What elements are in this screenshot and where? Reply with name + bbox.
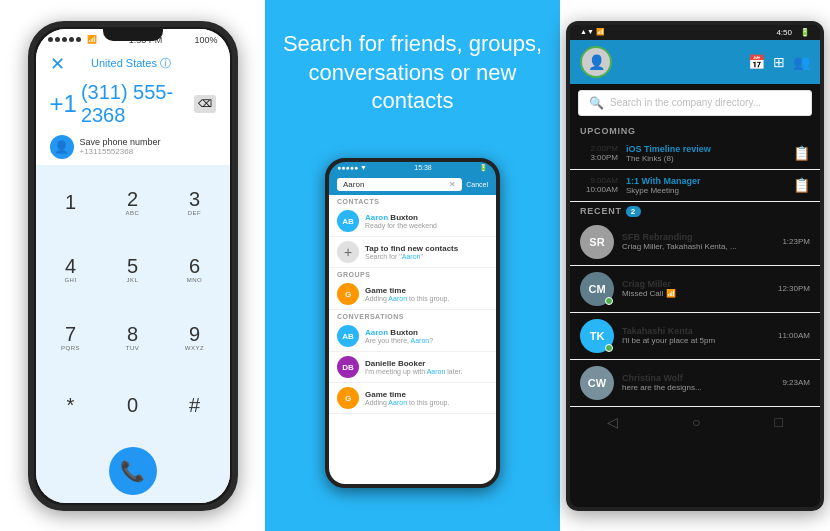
key-3[interactable]: 3DEF bbox=[164, 169, 226, 237]
conv-sub-gametime: Adding Aaron to this group. bbox=[365, 399, 488, 406]
conv-name-danielle: Danielle Booker bbox=[365, 359, 488, 368]
search-placeholder: Search in the company directory... bbox=[610, 97, 761, 108]
key-9[interactable]: 9WXYZ bbox=[164, 304, 226, 372]
key-0[interactable]: 0 bbox=[102, 371, 164, 439]
conv-aaron-buxton[interactable]: AB Aaron Buxton Are you there, Aaron? bbox=[329, 321, 496, 352]
key-1[interactable]: 1 bbox=[40, 169, 102, 237]
key-7[interactable]: 7PQRS bbox=[40, 304, 102, 372]
contact-info-christina: Christina Wolf here are the designs... bbox=[622, 373, 774, 392]
conv-sub-danielle: I'm meeting up with Aaron later. bbox=[365, 368, 488, 375]
country-selector[interactable]: United States ⓘ bbox=[91, 56, 171, 71]
recent-apps-button[interactable]: □ bbox=[775, 414, 783, 430]
conv-sub-aaron: Are you there, Aaron? bbox=[365, 337, 488, 344]
avatar-criag: CM bbox=[580, 272, 614, 306]
backspace-button[interactable]: ⌫ bbox=[194, 95, 216, 113]
avatar-conv-aaron: AB bbox=[337, 325, 359, 347]
meeting-ios-timeline[interactable]: 2:00PM 3:00PM iOS Timeline review The Ki… bbox=[570, 138, 820, 170]
contact-sub-sfb: Criag Miller, Takahashi Kenta, ... bbox=[622, 242, 774, 251]
avatar-gametime: G bbox=[337, 283, 359, 305]
contact-sub-criag: Missed Call 📶 bbox=[622, 289, 770, 298]
conv-danielle-booker[interactable]: DB Danielle Booker I'm meeting up with A… bbox=[329, 352, 496, 383]
clear-search-icon[interactable]: ✕ bbox=[449, 180, 456, 189]
contact-name-takahashi: Takahashi Kenta bbox=[622, 326, 770, 336]
key-8[interactable]: 8TUV bbox=[102, 304, 164, 372]
call-button[interactable]: 📞 bbox=[109, 447, 157, 495]
cancel-button-mid[interactable]: Cancel bbox=[466, 181, 488, 188]
conv-info-danielle: Danielle Booker I'm meeting up with Aaro… bbox=[365, 359, 488, 375]
contact-sfb[interactable]: SR SFB Rebranding Criag Miller, Takahash… bbox=[570, 219, 820, 266]
battery-right: 🔋 bbox=[800, 28, 810, 37]
search-bar-right[interactable]: 🔍 Search in the company directory... bbox=[578, 90, 812, 116]
avatar-sfb: SR bbox=[580, 225, 614, 259]
meeting-1on1[interactable]: 9:00AM 10:00AM 1:1 With Manager Skype Me… bbox=[570, 170, 820, 202]
phone-number: (311) 555-2368 bbox=[81, 81, 190, 127]
meeting-info-1: iOS Timeline review The Kinks (8) bbox=[626, 144, 785, 163]
meeting-sub-1: The Kinks (8) bbox=[626, 154, 785, 163]
key-2[interactable]: 2ABC bbox=[102, 169, 164, 237]
contacts-icon[interactable]: 👥 bbox=[793, 54, 810, 70]
contact-christina[interactable]: CW Christina Wolf here are the designs..… bbox=[570, 360, 820, 407]
dot5 bbox=[76, 37, 81, 42]
contact-name-sfb: SFB Rebranding bbox=[622, 232, 774, 242]
key-6[interactable]: 6MNO bbox=[164, 236, 226, 304]
key-5[interactable]: 5JKL bbox=[102, 236, 164, 304]
back-button[interactable]: ◁ bbox=[607, 414, 618, 430]
conv-game-time[interactable]: G Game time Adding Aaron to this group. bbox=[329, 383, 496, 414]
meeting-title-1: iOS Timeline review bbox=[626, 144, 785, 154]
ios-phone: 📶 1:53 PM 100% ✕ United States ⓘ +1 (311… bbox=[28, 21, 238, 511]
save-row: 👤 Save phone number +13115552368 bbox=[36, 131, 230, 165]
conv-info-aaron: Aaron Buxton Are you there, Aaron? bbox=[365, 328, 488, 344]
android-mid-body: Contacts AB Aaron Buxton Ready for the w… bbox=[329, 195, 496, 484]
wifi-icon: 📶 bbox=[87, 35, 97, 44]
calendar-icon[interactable]: 📅 bbox=[748, 54, 765, 70]
dot1 bbox=[48, 37, 53, 42]
number-display: +1 (311) 555-2368 ⌫ bbox=[36, 79, 230, 131]
contact-time-takahashi: 11:00AM bbox=[778, 331, 810, 340]
contact-info-sfb: SFB Rebranding Criag Miller, Takahashi K… bbox=[622, 232, 774, 251]
key-hash[interactable]: # bbox=[164, 371, 226, 439]
battery-mid: 🔋 bbox=[479, 164, 488, 172]
save-label[interactable]: Save phone number bbox=[80, 137, 161, 147]
conversations-section-label: Conversations bbox=[329, 310, 496, 321]
signal-icons: ▲▼ 📶 bbox=[580, 28, 605, 36]
grid-icon[interactable]: ⊞ bbox=[773, 54, 785, 70]
key-star[interactable]: * bbox=[40, 371, 102, 439]
upcoming-label: UPCOMING bbox=[570, 122, 820, 138]
search-input-mid[interactable]: Aaron ✕ bbox=[337, 178, 462, 191]
meeting-calendar-icon-2: 📋 bbox=[793, 177, 810, 193]
close-button[interactable]: ✕ bbox=[50, 53, 65, 75]
contact-criag[interactable]: CM Criag Miller Missed Call 📶 12:30PM bbox=[570, 266, 820, 313]
avatar-conv-gametime: G bbox=[337, 387, 359, 409]
group-game-time[interactable]: G Game time Adding Aaron to this group. bbox=[329, 279, 496, 310]
save-icon: 👤 bbox=[50, 135, 74, 159]
meeting-title-2: 1:1 With Manager bbox=[626, 176, 785, 186]
contact-info-takahashi: Takahashi Kenta I'll be at your place at… bbox=[622, 326, 770, 345]
android-mid-status: ●●●●● ▼ 15:38 🔋 bbox=[329, 162, 496, 174]
meeting-info-2: 1:1 With Manager Skype Meeting bbox=[626, 176, 785, 195]
contact-info-aaron: Aaron Buxton Ready for the weekend bbox=[365, 213, 488, 229]
contact-aaron-buxton[interactable]: AB Aaron Buxton Ready for the weekend bbox=[329, 206, 496, 237]
contact-sub-christina: here are the designs... bbox=[622, 383, 774, 392]
contact-info-criag: Criag Miller Missed Call 📶 bbox=[622, 279, 770, 298]
online-indicator-takahashi bbox=[605, 344, 613, 352]
android-right-status: ▲▼ 📶 4:50 🔋 bbox=[570, 25, 820, 40]
home-button[interactable]: ○ bbox=[692, 414, 700, 430]
search-icon: 🔍 bbox=[589, 96, 604, 110]
carrier-dots: 📶 bbox=[48, 35, 97, 44]
meeting-calendar-icon-1: 📋 bbox=[793, 145, 810, 161]
meeting-time-1: 2:00PM 3:00PM bbox=[580, 144, 618, 162]
status-time: 1:53 PM bbox=[129, 35, 163, 45]
user-avatar-header[interactable]: 👤 bbox=[580, 46, 612, 78]
add-contact-icon: + bbox=[337, 241, 359, 263]
key-4[interactable]: 4GHI bbox=[40, 236, 102, 304]
avatar-danielle: DB bbox=[337, 356, 359, 378]
contact-time-sfb: 1:23PM bbox=[782, 237, 810, 246]
meeting-sub-2: Skype Meeting bbox=[626, 186, 785, 195]
contact-takahashi[interactable]: TK Takahashi Kenta I'll be at your place… bbox=[570, 313, 820, 360]
tagline: Search for friends, groups, conversation… bbox=[275, 30, 550, 116]
middle-phone-wrap: ●●●●● ▼ 15:38 🔋 Aaron ✕ Cancel Contacts … bbox=[325, 116, 500, 521]
contact-sub-takahashi: I'll be at your place at 5pm bbox=[622, 336, 770, 345]
find-new-contacts[interactable]: + Tap to find new contacts Search for "A… bbox=[329, 237, 496, 268]
search-value: Aaron bbox=[343, 180, 364, 189]
save-number: +13115552368 bbox=[80, 147, 161, 156]
